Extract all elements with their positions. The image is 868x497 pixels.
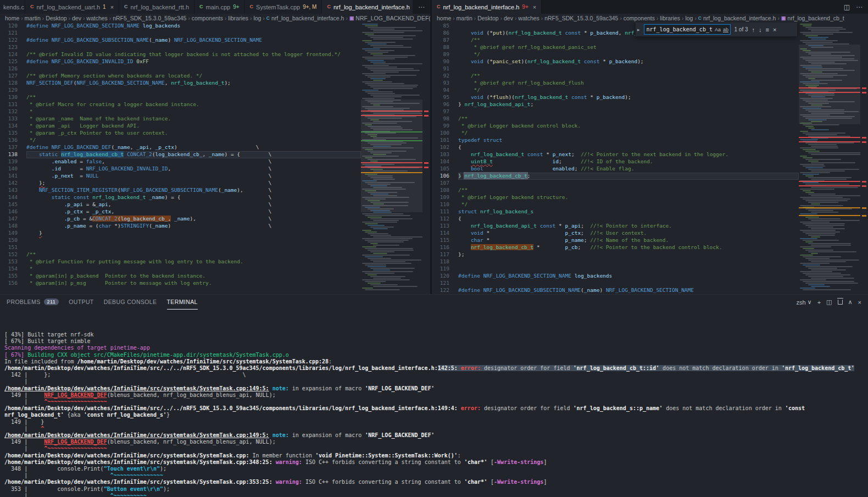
editor-pane-left[interactable]: 1201211221231241251261271281291301311321… <box>0 23 432 294</box>
line-number: 95 <box>432 94 453 101</box>
line-number: 127 <box>0 73 21 80</box>
split-editor-icon[interactable]: ◫ <box>844 3 850 11</box>
close-find-icon[interactable]: × <box>773 26 776 33</box>
breadcrumb-item-dev[interactable]: dev <box>72 15 81 21</box>
breadcrumb-label: nrf_log_backend_cb_t <box>787 15 844 21</box>
code-line: .p_api = &_api, \ <box>26 201 361 208</box>
breadcrumb-label: nrf_log_backend_interface.h <box>271 15 344 21</box>
tab-main-cpp[interactable]: Cmain.cpp9+ <box>194 0 245 14</box>
line-number: 144 <box>0 194 21 201</box>
previous-match-icon[interactable]: ↑ <box>752 26 755 33</box>
breadcrumb-item-nrf5-sdk-15-3-0-59ac345[interactable]: nRF5_SDK_15.3.0_59ac345 <box>544 15 618 21</box>
code-line: void * p_ctx; //!< User context. <box>458 230 799 237</box>
breadcrumb-label: martin <box>25 15 41 21</box>
close-tab-icon[interactable]: × <box>533 4 536 10</box>
terminal-shell-select[interactable]: zsh ∨ <box>796 299 811 306</box>
tab-nrf-log-backend-rtt-h[interactable]: Cnrf_log_backend_rtt.h <box>119 0 194 14</box>
code-line: void (*panic_set)(nrf_log_backend_t cons… <box>458 58 799 65</box>
breadcrumb-item-martin[interactable]: martin <box>457 15 472 21</box>
find-input[interactable]: nrf_log_backend_cb_t Aa ab .* <box>644 24 731 35</box>
terminal-output[interactable]: [ 43%] Built target nrf-sdk[ 67%] Built … <box>0 310 868 497</box>
code-line: .p_cb = &CONCAT_2(log_backend_cb_, _name… <box>26 216 361 223</box>
terminal-line: /home/martin/Desktop/dev/watches/InfiniT… <box>4 459 864 466</box>
kill-terminal-trash-icon[interactable] <box>838 300 843 305</box>
panel-tab-problems[interactable]: PROBLEMS211 <box>7 295 59 310</box>
breadcrumb-item-components[interactable]: components <box>192 15 223 21</box>
breadcrumb-item-watches[interactable]: watches <box>86 15 108 21</box>
code-line: } nrf_log_backend_api_t; <box>458 101 799 108</box>
close-tab-icon[interactable]: × <box>110 4 114 10</box>
vscode-window: kends.cCnrf_log_backend_uart.h1×Cnrf_log… <box>0 0 868 497</box>
line-number: 115 <box>432 237 453 244</box>
line-number: 87 <box>432 37 453 44</box>
code-line: * @param _name Name of the backend insta… <box>26 115 361 123</box>
more-actions-icon[interactable]: ⋯ <box>856 3 863 11</box>
minimap-left[interactable] <box>361 23 422 294</box>
breadcrumb-item-martin[interactable]: martin <box>25 15 41 21</box>
line-number: 98 <box>432 115 453 123</box>
line-number: 145 <box>0 201 21 208</box>
tab-strip-1: kends.cCnrf_log_backend_uart.h1×Cnrf_log… <box>0 0 413 14</box>
split-terminal-icon[interactable]: ◫ <box>826 299 832 306</box>
minimap-right[interactable] <box>799 23 860 294</box>
line-number: 119 <box>432 266 453 273</box>
code-line: * @brief @ref nrf_log_backend_panic_set <box>458 44 799 51</box>
tab-nrf-log-backend-interface-h[interactable]: Cnrf_log_backend_interface.h9+× <box>322 0 413 14</box>
tab-label: main.cpp <box>206 4 231 10</box>
breadcrumb-item-log[interactable]: log <box>685 15 693 21</box>
toggle-replace-chevron-icon[interactable]: ▸ <box>637 27 640 32</box>
next-match-icon[interactable]: ↓ <box>759 26 762 33</box>
minimap-slider[interactable] <box>361 100 422 212</box>
breadcrumb-item-nrf-log-backend-cb-t[interactable]: ▣nrf_log_backend_cb_t <box>781 15 844 21</box>
line-number: 92 <box>432 73 453 80</box>
tab-nrf-log-backend-uart-h[interactable]: Cnrf_log_backend_uart.h1× <box>25 0 119 14</box>
tab-nrf-log-backend-interface-h[interactable]: Cnrf_log_backend_interface.h9+× <box>432 0 542 14</box>
breadcrumb-item-watches[interactable]: watches <box>518 15 539 21</box>
c-file-icon: C <box>266 16 270 21</box>
editor-pane-right[interactable]: 8586878889909192939495969798991001011021… <box>432 23 868 294</box>
breadcrumb-item-nrf-log-backend-interface-h[interactable]: Cnrf_log_backend_interface.h <box>266 15 344 21</box>
panel-tab-output[interactable]: OUTPUT <box>69 295 94 310</box>
close-panel-icon[interactable]: × <box>858 299 861 306</box>
line-number: 141 <box>0 173 21 180</box>
breadcrumb-item-desktop[interactable]: Desktop <box>477 15 499 21</box>
breadcrumb-item-libraries[interactable]: libraries <box>660 15 680 21</box>
breadcrumb-item-nrf-log-backend-interface-h[interactable]: Cnrf_log_backend_interface.h <box>698 15 776 21</box>
whole-word-icon[interactable]: ab <box>723 27 728 32</box>
breadcrumb-item-libraries[interactable]: libraries <box>228 15 248 21</box>
breadcrumb-item-components[interactable]: components <box>624 15 655 21</box>
line-number: 120 <box>432 273 453 280</box>
breadcrumb-item-nrf-log-backend-def-name-api-p-ctx[interactable]: ▣NRF_LOG_BACKEND_DEF(_name, _api, _p_ctx… <box>349 15 432 21</box>
code-line: * @param _api Logger backend API. <box>26 123 361 130</box>
breadcrumb-item-log[interactable]: log <box>253 15 261 21</box>
more-actions-icon[interactable]: ⋯ <box>418 3 425 11</box>
maximize-panel-chevron-icon[interactable]: ∧ <box>848 299 853 306</box>
breadcrumb-item-nrf5-sdk-15-3-0-59ac345[interactable]: nRF5_SDK_15.3.0_59ac345 <box>113 15 186 21</box>
tab-kends-c[interactable]: kends.c <box>0 0 25 14</box>
minimap-slider[interactable] <box>799 45 860 124</box>
code-line: static const nrf_log_backend_t _name) = … <box>26 194 361 201</box>
find-in-selection-icon[interactable]: ≡ <box>766 26 769 33</box>
code-area-right[interactable]: void (*put)(nrf_log_backend_t const * p_… <box>458 23 799 294</box>
tab-systemtask-cpp[interactable]: CSystemTask.cpp9+, M <box>245 0 322 14</box>
breadcrumb-item-dev[interactable]: dev <box>504 15 513 21</box>
bottom-panel: PROBLEMS211OUTPUTDEBUG CONSOLETERMINAL z… <box>0 294 868 497</box>
breadcrumb-separator: › <box>620 15 621 21</box>
code-line: */ <box>458 130 799 137</box>
line-number: 112 <box>432 216 453 223</box>
terminal-line: /home/martin/Desktop/dev/watches/InfiniT… <box>4 479 864 485</box>
panel-tab-terminal[interactable]: TERMINAL <box>167 295 198 310</box>
breadcrumb-separator: › <box>69 15 70 21</box>
breadcrumb-item-home[interactable]: home <box>437 15 451 21</box>
new-terminal-icon[interactable]: + <box>817 299 821 306</box>
line-number: 156 <box>0 280 21 287</box>
line-number: 136 <box>0 137 21 144</box>
match-case-icon[interactable]: Aa <box>715 27 721 32</box>
breadcrumb-label: watches <box>86 15 108 21</box>
code-area-left[interactable]: #define NRF_LOG_BACKEND_SECTION_NAME log… <box>26 23 361 287</box>
breadcrumb-item-desktop[interactable]: Desktop <box>46 15 67 21</box>
code-line <box>26 244 361 251</box>
breadcrumb-label: watches <box>518 15 539 21</box>
breadcrumb-item-home[interactable]: home <box>5 15 19 21</box>
panel-tab-debug-console[interactable]: DEBUG CONSOLE <box>104 295 157 310</box>
